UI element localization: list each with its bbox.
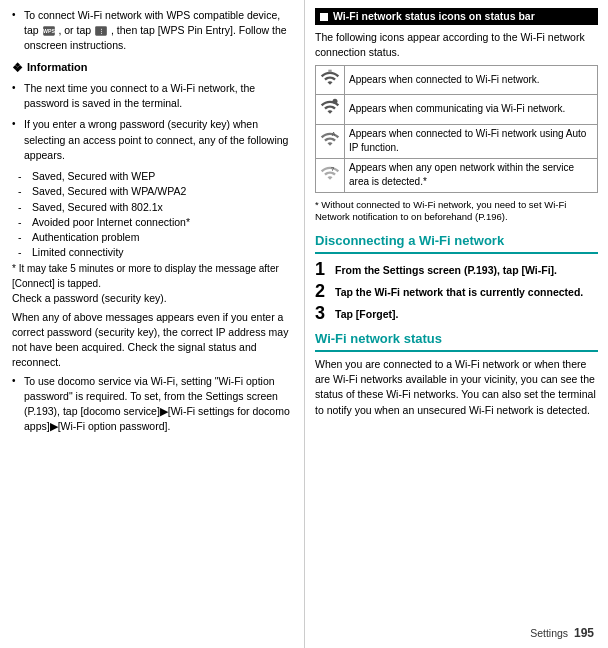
- dash-text: Authentication problem: [32, 230, 139, 245]
- dash-text: Saved, Secured with 802.1x: [32, 200, 163, 215]
- svg-text:A: A: [332, 131, 336, 137]
- wifi-connected-icon: [320, 68, 340, 88]
- bullet-dot: •: [12, 117, 24, 163]
- dash-item: -Saved, Secured with WPA/WPA2: [18, 184, 294, 199]
- left-column: • To connect Wi-Fi network with WPS comp…: [0, 0, 305, 648]
- paragraph1: When any of above messages appears even …: [12, 310, 294, 371]
- bullet-dot: •: [12, 81, 24, 111]
- wifi-network-status-title: Wi-Fi network status: [315, 330, 598, 352]
- wifi-row-text-4: Appears when any open network within the…: [345, 158, 598, 192]
- dash-item: -Saved, Secured with WEP: [18, 169, 294, 184]
- wifi-status-body: When you are connected to a Wi-Fi networ…: [315, 357, 598, 418]
- svg-rect-4: [328, 69, 331, 72]
- dash-text: Saved, Secured with WEP: [32, 169, 155, 184]
- wps-icon2: ⋮: [94, 24, 108, 38]
- wifi-icon-cell-1: [316, 65, 345, 95]
- information-section: ❖ Information • The next time you connec…: [12, 60, 294, 435]
- footer: Settings 195: [530, 626, 594, 640]
- step-num-1: 1: [315, 260, 329, 278]
- wifi-open-icon: ?: [320, 163, 340, 183]
- wifi-status-section-header: Wi-Fi network status icons on status bar: [315, 8, 598, 25]
- table-row: Appears when communicating via Wi-Fi net…: [316, 95, 598, 125]
- info-text-2: If you enter a wrong password (security …: [24, 117, 294, 163]
- wifi-icon-cell-3: A: [316, 124, 345, 158]
- wifi-row-text-1: Appears when connected to Wi-Fi network.: [345, 65, 598, 95]
- wifi-icons-table: Appears when connected to Wi-Fi network.…: [315, 65, 598, 193]
- wps-icon1: WPS: [42, 24, 56, 38]
- info-text-3: To use docomo service via Wi-Fi, setting…: [24, 374, 294, 435]
- wps-bullet: • To connect Wi-Fi network with WPS comp…: [12, 8, 294, 54]
- svg-text:WPS: WPS: [43, 29, 55, 35]
- wifi-row-text-3: Appears when connected to Wi-Fi network …: [345, 124, 598, 158]
- footer-label: Settings: [530, 627, 568, 639]
- dash-text: Saved, Secured with WPA/WPA2: [32, 184, 186, 199]
- square-icon: [320, 13, 328, 21]
- wifi-row-text-2: Appears when communicating via Wi-Fi net…: [345, 95, 598, 125]
- step-num-3: 3: [315, 304, 329, 322]
- table-row: Appears when connected to Wi-Fi network.: [316, 65, 598, 95]
- asterisk-note-left: * It may take 5 minutes or more to displ…: [12, 262, 294, 291]
- diamond-icon: ❖: [12, 60, 23, 77]
- info-item-1: • The next time you connect to a Wi-Fi n…: [12, 81, 294, 111]
- step-1: 1 From the Settings screen (P.193), tap …: [315, 260, 598, 278]
- step-3: 3 Tap [Forget].: [315, 304, 598, 322]
- dash-item: -Saved, Secured with 802.1x: [18, 200, 294, 215]
- wifi-auto-ip-icon: A: [320, 129, 340, 149]
- step-num-2: 2: [315, 282, 329, 300]
- info-item-3: • To use docomo service via Wi-Fi, setti…: [12, 374, 294, 435]
- dash-text: Limited connectivity: [32, 245, 124, 260]
- dash-list: -Saved, Secured with WEP -Saved, Secured…: [12, 169, 294, 260]
- table-row: A Appears when connected to Wi-Fi networ…: [316, 124, 598, 158]
- asterisk-note-right: * Without connected to Wi-Fi network, yo…: [315, 199, 598, 225]
- bullet-dot: •: [12, 374, 24, 435]
- right-column: Wi-Fi network status icons on status bar…: [305, 0, 608, 648]
- wifi-communicating-icon: [320, 97, 340, 117]
- step-text-2: Tap the Wi-Fi network that is currently …: [335, 282, 583, 300]
- step-text-3: Tap [Forget].: [335, 304, 398, 322]
- wifi-icon-cell-2: [316, 95, 345, 125]
- dash-text: Avoided poor Internet connection*: [32, 215, 190, 230]
- footer-page: 195: [574, 626, 594, 640]
- dash-item: -Avoided poor Internet connection*: [18, 215, 294, 230]
- dash-item: -Authentication problem: [18, 230, 294, 245]
- wps-text: To connect Wi-Fi network with WPS compat…: [24, 8, 294, 54]
- wifi-status-header-text: Wi-Fi network status icons on status bar: [333, 9, 535, 24]
- info-item-2: • If you enter a wrong password (securit…: [12, 117, 294, 163]
- svg-text:?: ?: [331, 165, 335, 171]
- wifi-status-intro: The following icons appear according to …: [315, 30, 598, 59]
- numbered-steps: 1 From the Settings screen (P.193), tap …: [315, 260, 598, 322]
- info-header-label: Information: [27, 60, 88, 76]
- svg-text:⋮: ⋮: [99, 29, 104, 35]
- info-header: ❖ Information: [12, 60, 294, 77]
- svg-point-5: [333, 99, 338, 104]
- step-text-1: From the Settings screen (P.193), tap [W…: [335, 260, 557, 278]
- table-row: ? Appears when any open network within t…: [316, 158, 598, 192]
- bullet-dot: •: [12, 8, 24, 54]
- dash-item: -Limited connectivity: [18, 245, 294, 260]
- wifi-icon-cell-4: ?: [316, 158, 345, 192]
- check-password: Check a password (security key).: [12, 291, 294, 306]
- info-text-1: The next time you connect to a Wi-Fi net…: [24, 81, 294, 111]
- disconnect-title: Disconnecting a Wi-Fi network: [315, 232, 598, 254]
- step-2: 2 Tap the Wi-Fi network that is currentl…: [315, 282, 598, 300]
